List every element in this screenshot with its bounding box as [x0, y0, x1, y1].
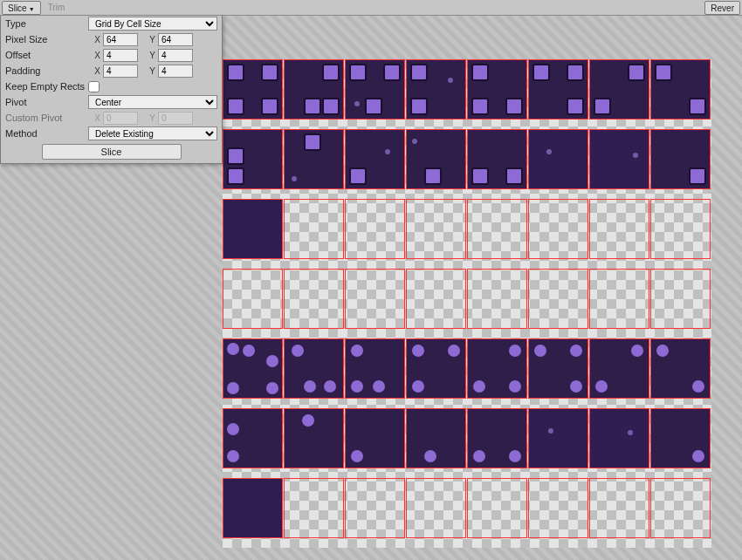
slice-cell[interactable]: [467, 269, 527, 329]
y-label: Y: [143, 35, 155, 44]
slice-cell[interactable]: [284, 129, 344, 189]
spritesheet-canvas[interactable]: [223, 59, 711, 548]
pixel-size-label: Pixel Size: [5, 34, 88, 44]
slice-cell[interactable]: [589, 269, 649, 329]
slice-cell[interactable]: [284, 478, 344, 538]
type-select[interactable]: Grid By Cell Size: [88, 17, 217, 31]
slice-cell[interactable]: [345, 338, 405, 399]
slice-cell[interactable]: [345, 478, 405, 538]
slice-cell[interactable]: [345, 129, 405, 189]
slice-cell[interactable]: [650, 129, 711, 189]
slice-cell[interactable]: [223, 129, 283, 189]
slice-cell[interactable]: [223, 269, 283, 329]
trim-button[interactable]: Trim: [43, 1, 71, 15]
slice-cell[interactable]: [406, 269, 466, 329]
slice-cell[interactable]: [650, 199, 711, 259]
slice-cell[interactable]: [528, 408, 588, 468]
offset-y-input[interactable]: [158, 49, 193, 62]
offset-x-input[interactable]: [103, 49, 138, 62]
padding-x-input[interactable]: [103, 65, 138, 78]
slice-cell[interactable]: [589, 478, 649, 538]
slice-cell[interactable]: [406, 338, 466, 399]
custom-pivot-y-input: [158, 112, 193, 125]
slice-cell[interactable]: [650, 478, 711, 538]
slice-cell[interactable]: [467, 338, 527, 399]
custom-pivot-label: Custom Pivot: [5, 113, 88, 123]
slice-cell[interactable]: [406, 199, 466, 259]
x-label: X: [88, 35, 100, 44]
slice-cell[interactable]: [284, 408, 344, 468]
slice-cell[interactable]: [223, 59, 283, 120]
slice-dropdown-label: Slice: [8, 3, 27, 13]
pivot-select[interactable]: Center: [88, 95, 217, 109]
method-select[interactable]: Delete Existing: [88, 126, 217, 140]
slice-cell[interactable]: [528, 269, 588, 329]
slice-cell[interactable]: [650, 59, 711, 120]
slice-cell[interactable]: [589, 59, 649, 120]
pixel-size-y-input[interactable]: [158, 33, 193, 46]
slice-cell[interactable]: [284, 59, 344, 120]
custom-pivot-x-input: [103, 112, 138, 125]
slice-cell[interactable]: [345, 408, 405, 468]
slice-cell[interactable]: [284, 338, 344, 399]
chevron-down-icon: ▼: [29, 6, 35, 12]
slice-button[interactable]: Slice: [42, 144, 182, 160]
slice-cell[interactable]: [284, 199, 344, 259]
slice-cell[interactable]: [345, 199, 405, 259]
slice-cell[interactable]: [345, 269, 405, 329]
slice-cell[interactable]: [467, 199, 527, 259]
pivot-label: Pivot: [5, 97, 88, 107]
slice-cell[interactable]: [223, 478, 283, 538]
slice-cell[interactable]: [467, 59, 527, 120]
slice-cell[interactable]: [406, 129, 466, 189]
revert-button[interactable]: Rever: [704, 1, 740, 15]
slice-cell[interactable]: [589, 408, 649, 468]
slice-cell[interactable]: [406, 478, 466, 538]
slice-cell[interactable]: [284, 269, 344, 329]
slice-cell[interactable]: [589, 199, 649, 259]
slice-cell[interactable]: [467, 478, 527, 538]
slice-cell[interactable]: [528, 338, 588, 399]
slice-cell[interactable]: [650, 269, 711, 329]
offset-label: Offset: [5, 50, 88, 60]
keep-empty-checkbox[interactable]: [88, 81, 100, 92]
slice-cell[interactable]: [589, 338, 649, 399]
slice-cell[interactable]: [345, 59, 405, 120]
slice-cell[interactable]: [406, 59, 466, 120]
slice-cell[interactable]: [223, 338, 283, 399]
type-label: Type: [5, 18, 88, 29]
slice-cell[interactable]: [467, 408, 527, 468]
slice-cell[interactable]: [589, 129, 649, 189]
padding-y-input[interactable]: [158, 65, 193, 78]
pixel-size-x-input[interactable]: [103, 33, 138, 46]
slice-cell[interactable]: [467, 129, 527, 189]
slice-dropdown-button[interactable]: Slice▼: [2, 1, 41, 15]
method-label: Method: [5, 128, 88, 139]
slice-cell[interactable]: [223, 408, 283, 468]
slice-cell[interactable]: [223, 199, 283, 259]
slice-cell[interactable]: [406, 408, 466, 468]
slice-cell[interactable]: [528, 199, 588, 259]
slice-cell[interactable]: [528, 59, 588, 120]
slice-cell[interactable]: [528, 129, 588, 189]
slice-cell[interactable]: [650, 408, 711, 468]
top-toolbar: Slice▼ Trim Rever: [0, 0, 742, 16]
padding-label: Padding: [5, 65, 88, 76]
slice-cell[interactable]: [528, 478, 588, 538]
slice-panel: Type Grid By Cell Size Pixel Size X Y Of…: [0, 16, 223, 164]
keep-empty-label: Keep Empty Rects: [5, 81, 88, 92]
slice-cell[interactable]: [650, 338, 711, 399]
